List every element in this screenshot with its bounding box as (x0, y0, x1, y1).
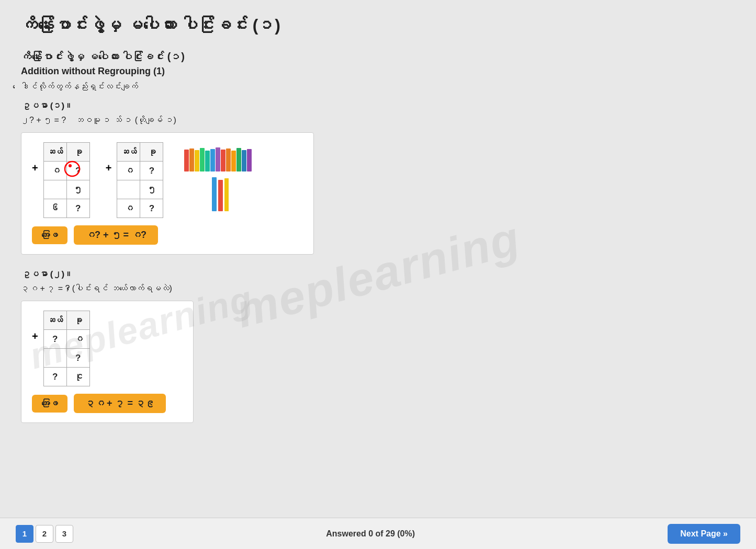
answer-display-1[interactable]: ဂ? + ၅ = ဂ? (74, 225, 158, 245)
example1-label: ဥပမာ (၁)။ (21, 101, 450, 111)
svg-rect-15 (212, 177, 217, 211)
svg-point-0 (65, 162, 80, 176)
col-header-ones-3: ခု (66, 311, 89, 330)
plus-sign-1: + (32, 162, 38, 174)
svg-rect-10 (226, 148, 231, 171)
svg-rect-4 (195, 150, 199, 171)
section-title: ကိန်းပြောင်းဖွဲ့မှ မပါသော ပေါင်းခြင်း (၁… (21, 51, 450, 63)
show-answer-button-2[interactable]: အဖြေ (32, 395, 67, 413)
plus-sign-2: + (106, 162, 112, 174)
cell3-2-1 (43, 349, 66, 368)
row1-3: ? ဂ (43, 330, 89, 349)
result2-cell-2: ? (140, 199, 163, 218)
exercise-box-2: meplearning + ဆယ် ခု ? ဂ (21, 301, 194, 423)
addition-table-area-1: + ဆယ် ခု ဂ (32, 142, 303, 218)
col-header-tens-2: ဆယ် (117, 143, 140, 162)
page-button-3[interactable]: 3 (55, 525, 73, 543)
svg-rect-2 (184, 150, 189, 171)
cell-1-1: ဂ (43, 162, 66, 180)
footer-bar: 1 2 3 Answered 0 of 29 (0%) Next Page » (0, 518, 756, 549)
page-wrapper: meplearning ကိန်းပြောင်းဖွဲ့မှ မပါသော ပေ… (0, 0, 756, 549)
result3-cell-2: ငု (66, 368, 89, 386)
pencils-single-icon (208, 177, 229, 214)
result-cell-1: ၆ (43, 199, 66, 218)
svg-rect-3 (189, 148, 194, 171)
answer-display-2[interactable]: ၃ဂ + ၇ = ၃၉ (74, 394, 166, 413)
pencils-area (184, 147, 252, 214)
cell2-1-2: ? (140, 162, 163, 180)
svg-rect-8 (216, 147, 220, 171)
svg-rect-7 (210, 149, 215, 171)
svg-rect-11 (231, 151, 236, 171)
result3-cell-1: ? (43, 368, 66, 386)
page-button-1[interactable]: 1 (16, 525, 33, 543)
col-header-tens-3: ဆယ် (43, 311, 66, 330)
cell3-2-2: ? (66, 349, 89, 368)
show-answer-button-1[interactable]: အဖြေ (32, 226, 67, 244)
col-header-ones-1: ခု (66, 143, 89, 162)
page-button-2[interactable]: 2 (36, 525, 53, 543)
result-cell-2: ? (66, 199, 89, 218)
svg-rect-9 (221, 150, 225, 171)
subtitle: Addition without Regrouping (1) (21, 66, 450, 77)
row2-2: ၅ (117, 180, 163, 199)
col-header-tens-1: ဆယ် (43, 143, 66, 162)
next-page-button[interactable]: Next Page » (668, 524, 740, 544)
math-table-3: ဆယ် ခု ? ဂ ? ? (43, 311, 90, 386)
col-header-ones-2: ခု (140, 143, 163, 162)
cell3-1-1: ? (43, 330, 66, 349)
example2-label: ဥပမာ (၂)။ (21, 269, 450, 280)
cell3-1-2: ဂ (66, 330, 89, 349)
example2-question: ၃ဂ + ၇ = ? (ပေါင်းရင် ဘယ်လောက်ရမလဲ) (21, 284, 450, 293)
result2-cell-1: ဂ (117, 199, 140, 218)
example1-question: ၂? + ၅ = ? ဘဝမူ ၁ သ် ၁ (ဟိုချမ် ၁) (21, 116, 450, 125)
result-row-1: ၆ ? (43, 199, 89, 218)
row2-3: ? (43, 349, 89, 368)
row1-2: ဂ ? (117, 162, 163, 180)
page-title: ကိန်းပြောင်းဖွဲ့မှ မပါသော ပေါင်းခြင်း (၁… (21, 16, 450, 35)
svg-rect-14 (247, 149, 252, 171)
svg-rect-17 (224, 178, 229, 211)
row1-1: ဂ ? (43, 162, 89, 180)
answer-buttons-1: အဖြေ ဂ? + ၅ = ဂ? (32, 225, 303, 245)
cell2-2-2: ၅ (140, 180, 163, 199)
addition-block-1: + ဆယ် ခု ဂ (32, 142, 90, 218)
svg-rect-16 (218, 180, 223, 211)
row2-1: ၅ (43, 180, 89, 199)
table1-container: ဆယ် ခု ဂ ? (43, 142, 90, 218)
addition-block-3: + ဆယ် ခု ? ဂ (32, 311, 183, 386)
answer-buttons-2: အဖြေ ၃ဂ + ၇ = ၃၉ (32, 394, 183, 413)
main-content: ကိန်းပြောင်းဖွဲ့မှ မပါသော ပေါင်းခြင်း (၁… (0, 0, 471, 549)
svg-rect-13 (242, 150, 246, 171)
addition-block-2: + ဆယ် ခု ဂ ? (106, 142, 164, 218)
result-row-2: ဂ ? (117, 199, 163, 218)
pagination: 1 2 3 (16, 525, 73, 543)
cell-1-2: ? (66, 162, 89, 180)
cell2-1-1: ဂ (117, 162, 140, 180)
svg-rect-6 (205, 151, 210, 171)
math-table-2: ဆယ် ခု ဂ ? ၅ (117, 142, 163, 218)
cell-2-2: ၅ (66, 180, 89, 199)
progress-text: Answered 0 of 29 (0%) (326, 529, 415, 539)
pencils-bunch-icon (184, 147, 252, 173)
result-row-3: ? ငု (43, 368, 89, 386)
svg-point-1 (69, 164, 72, 167)
svg-rect-12 (236, 148, 241, 171)
plus-sign-3: + (32, 330, 38, 342)
math-table-1: ဆယ် ခု ဂ ? (43, 142, 90, 218)
exercise-box-1: + ဆယ် ခု ဂ (21, 132, 314, 255)
svg-rect-5 (200, 148, 205, 171)
cell2-2-1 (117, 180, 140, 199)
cell-2-1 (43, 180, 66, 199)
instruction: ဒေါင်လိုက်တွက်နည်းရှင်းလင်းချက် (21, 82, 450, 92)
